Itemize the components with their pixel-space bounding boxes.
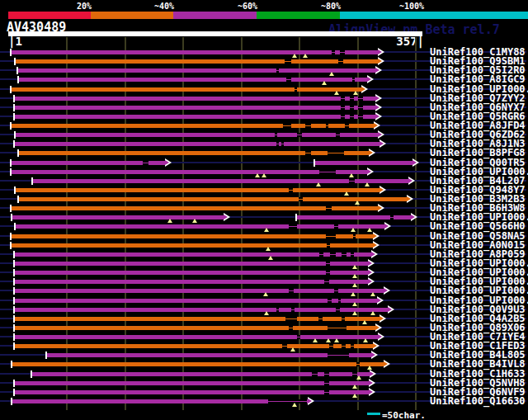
gap-segment	[281, 142, 284, 146]
arrow-head-fill	[378, 334, 382, 339]
alignment-bar[interactable]	[14, 289, 384, 293]
alignment-bar[interactable]	[11, 161, 165, 165]
alignment-bar[interactable]	[14, 252, 371, 257]
alignment-bar[interactable]	[15, 133, 378, 137]
alignment-bar[interactable]	[14, 317, 380, 321]
arrow-head-fill	[384, 224, 389, 229]
alignment-bar[interactable]	[11, 124, 374, 128]
segment-start-tick	[13, 342, 15, 350]
alignment-bar[interactable]	[14, 390, 369, 394]
alignment-bar[interactable]	[18, 151, 369, 155]
gap-segment	[351, 252, 354, 257]
arrow-head-fill	[407, 196, 411, 201]
gap-segment	[324, 372, 329, 376]
alignment-bar[interactable]	[15, 188, 380, 192]
query-gap-triangle	[349, 173, 354, 177]
segment-start-tick	[17, 76, 19, 83]
segment-start-tick	[10, 159, 12, 167]
query-gap-triangle	[192, 219, 197, 223]
segment-start-tick	[45, 352, 47, 359]
arrow-head-fill	[224, 215, 228, 219]
segment-start-tick	[13, 315, 15, 323]
gap-segment	[324, 390, 329, 394]
query-gap-triangle	[370, 311, 375, 315]
segment-start-tick	[10, 86, 12, 93]
arrow-head-fill	[368, 270, 372, 275]
alignment-bar[interactable]	[14, 344, 373, 348]
segment-start-tick	[10, 205, 12, 212]
segment-start-tick	[13, 140, 15, 148]
segment-start-tick	[13, 287, 15, 295]
alignment-bar[interactable]	[314, 161, 412, 165]
query-gap-triangle	[352, 274, 357, 278]
segment-start-tick	[13, 324, 15, 332]
gap-segment	[352, 78, 355, 82]
gap-segment	[326, 262, 330, 266]
gap-segment	[285, 59, 291, 64]
gap-segment	[319, 170, 336, 174]
alignment-bar[interactable]	[31, 372, 370, 376]
alignment-bar[interactable]	[14, 262, 368, 266]
gap-segment	[289, 326, 293, 330]
alignment-bar[interactable]	[14, 106, 375, 110]
alignment-bar[interactable]	[46, 353, 371, 357]
alignment-bar[interactable]	[11, 243, 373, 248]
segment-start-tick	[13, 389, 15, 396]
segment-start-tick	[11, 361, 12, 368]
scale-legend-label: =50char.	[382, 411, 426, 420]
query-gap-triangle	[355, 201, 360, 205]
arrow-head-fill	[408, 178, 412, 183]
gap-segment	[319, 252, 323, 257]
alignment-bar[interactable]	[14, 142, 380, 146]
query-gap-triangle	[264, 228, 269, 232]
alignment-bar[interactable]	[12, 362, 384, 366]
alignment-bar[interactable]	[17, 68, 375, 73]
alignment-bar[interactable]	[14, 115, 375, 119]
gap-segment	[338, 299, 341, 303]
segment-start-tick	[13, 269, 15, 276]
gap-segment	[275, 133, 277, 137]
gap-segment	[341, 106, 345, 110]
query-gap-triangle	[351, 292, 356, 296]
arrow-head-fill	[377, 298, 381, 303]
alignment-bar[interactable]	[18, 78, 367, 82]
query-gap-triangle	[268, 256, 273, 260]
segment-start-tick	[11, 214, 12, 221]
alignment-bar[interactable]	[14, 335, 378, 339]
gap-segment	[342, 252, 346, 257]
gap-segment	[143, 161, 148, 165]
alignment-bar[interactable]	[14, 97, 375, 101]
alignment-bar[interactable]	[11, 234, 373, 238]
alignview-screen: 20%~40%~60%~80%~100% AV430489 AlignView.…	[0, 0, 528, 420]
alignment-bar[interactable]	[14, 280, 368, 284]
segment-start-tick	[13, 380, 15, 387]
arrow-head-fill	[374, 123, 378, 128]
row-label[interactable]: UniRef100_Q16630	[430, 396, 526, 406]
alignment-bar[interactable]	[14, 308, 388, 312]
gap-segment	[340, 50, 345, 54]
gap-segment	[342, 317, 345, 321]
alignment-bar[interactable]	[11, 87, 361, 92]
alignment-bar[interactable]	[12, 399, 308, 403]
alignment-bar[interactable]	[14, 326, 375, 330]
alignment-bar[interactable]	[18, 197, 407, 201]
gap-segment	[356, 362, 360, 366]
alignment-bar[interactable]	[15, 59, 378, 64]
alignment-bar[interactable]	[11, 50, 378, 54]
arrow-head-fill	[388, 307, 392, 312]
alignment-bar[interactable]	[14, 381, 369, 385]
gap-segment	[390, 215, 394, 219]
alignment-bar[interactable]	[14, 299, 377, 303]
alignment-bar[interactable]	[15, 224, 384, 229]
arrow-head-fill	[375, 96, 380, 101]
gap-segment	[328, 353, 349, 357]
segment-start-tick	[31, 177, 33, 185]
query-gap-triangle	[352, 385, 357, 389]
alignment-bar[interactable]	[14, 271, 368, 275]
alignment-bar[interactable]	[11, 170, 367, 174]
gap-segment	[289, 224, 297, 229]
alignment-bar[interactable]	[11, 206, 378, 210]
gap-segment	[286, 78, 291, 82]
alignment-bar[interactable]	[296, 215, 411, 219]
segment-start-tick	[13, 306, 15, 314]
